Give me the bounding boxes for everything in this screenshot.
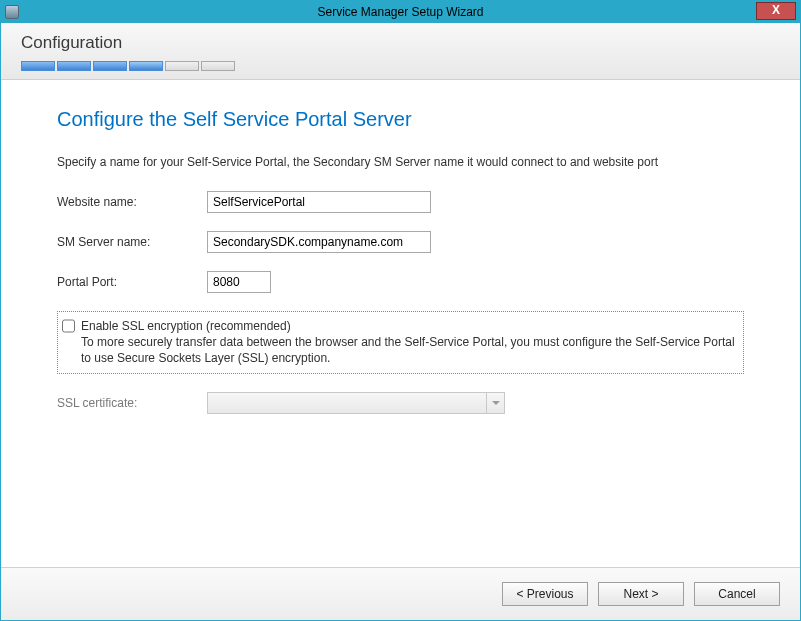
cancel-button[interactable]: Cancel bbox=[694, 582, 780, 606]
sm-server-label: SM Server name: bbox=[57, 235, 207, 249]
progress-segment bbox=[21, 61, 55, 71]
previous-button[interactable]: < Previous bbox=[502, 582, 588, 606]
ssl-option-box: Enable SSL encryption (recommended) To m… bbox=[57, 311, 744, 374]
portal-port-label: Portal Port: bbox=[57, 275, 207, 289]
ssl-certificate-row: SSL certificate: bbox=[57, 392, 744, 414]
close-button[interactable]: X bbox=[756, 2, 796, 20]
titlebar: Service Manager Setup Wizard X bbox=[1, 1, 800, 23]
ssl-certificate-label: SSL certificate: bbox=[57, 396, 207, 410]
wizard-header: Configuration bbox=[1, 23, 800, 80]
progress-segment bbox=[129, 61, 163, 71]
website-name-row: Website name: bbox=[57, 191, 744, 213]
portal-port-input[interactable] bbox=[207, 271, 271, 293]
next-button[interactable]: Next > bbox=[598, 582, 684, 606]
instruction-text: Specify a name for your Self-Service Por… bbox=[57, 155, 744, 169]
wizard-footer: < Previous Next > Cancel bbox=[1, 567, 800, 620]
section-title: Configuration bbox=[21, 33, 780, 53]
ssl-certificate-select bbox=[207, 392, 505, 414]
progress-segment bbox=[93, 61, 127, 71]
wizard-content: Configure the Self Service Portal Server… bbox=[1, 80, 800, 567]
website-name-input[interactable] bbox=[207, 191, 431, 213]
page-title: Configure the Self Service Portal Server bbox=[57, 108, 744, 131]
sm-server-row: SM Server name: bbox=[57, 231, 744, 253]
ssl-checkbox[interactable] bbox=[62, 319, 75, 333]
website-name-label: Website name: bbox=[57, 195, 207, 209]
portal-port-row: Portal Port: bbox=[57, 271, 744, 293]
progress-segment bbox=[201, 61, 235, 71]
ssl-text: Enable SSL encryption (recommended) To m… bbox=[81, 318, 737, 367]
progress-segment bbox=[165, 61, 199, 71]
ssl-description: To more securely transfer data between t… bbox=[81, 335, 735, 365]
ssl-title: Enable SSL encryption (recommended) bbox=[81, 318, 737, 334]
window-title: Service Manager Setup Wizard bbox=[1, 5, 800, 19]
dropdown-icon bbox=[486, 393, 504, 413]
wizard-window: Service Manager Setup Wizard X Configura… bbox=[0, 0, 801, 621]
progress-segment bbox=[57, 61, 91, 71]
sm-server-input[interactable] bbox=[207, 231, 431, 253]
progress-bar bbox=[21, 61, 780, 71]
